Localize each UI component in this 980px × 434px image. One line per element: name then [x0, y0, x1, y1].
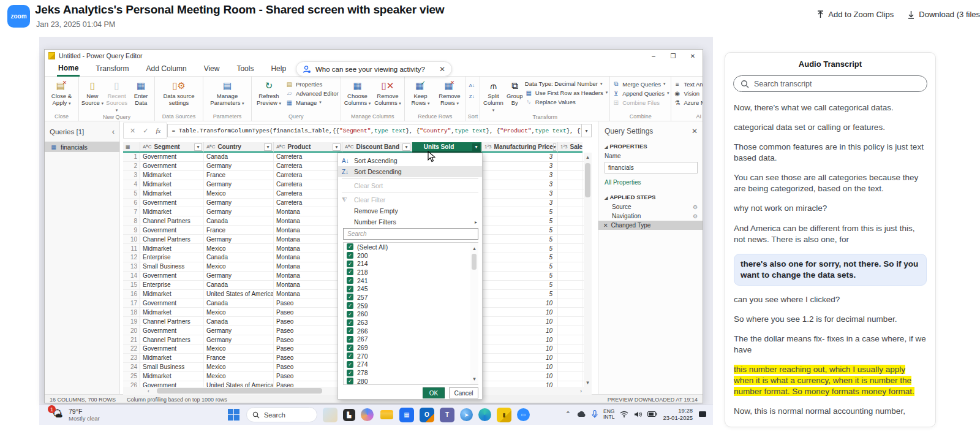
- transcript-entry[interactable]: And America can be different from this i…: [734, 223, 927, 245]
- append-queries-button[interactable]: ⊻Append Queries ▾: [612, 89, 669, 97]
- column-header-product[interactable]: AᴮCProduct▾: [274, 142, 342, 153]
- combine-files-button[interactable]: ⊞Combine Files: [612, 99, 669, 106]
- filter-dropdown-icon[interactable]: ▾: [553, 143, 557, 151]
- checkbox-checked-icon[interactable]: ✓: [347, 327, 353, 334]
- checkbox-checked-icon[interactable]: ✓: [347, 336, 353, 343]
- speaker-icon[interactable]: [634, 411, 642, 418]
- transcript-entry[interactable]: this number reaching out, which I usuall…: [734, 364, 927, 397]
- filter-value-item[interactable]: ✓214: [344, 259, 478, 268]
- remove-empty-item[interactable]: Remove Empty: [338, 205, 482, 216]
- filter-dropdown-icon[interactable]: ▾: [402, 143, 410, 151]
- checkbox-checked-icon[interactable]: ✓: [347, 277, 353, 284]
- text-analytics-button[interactable]: ≡Text Analytics: [673, 80, 703, 88]
- horizontal-scroll-thumb[interactable]: [157, 388, 322, 394]
- transcript-entry[interactable]: can you see where I clicked?: [734, 294, 927, 305]
- scroll-up-icon[interactable]: ▴: [473, 244, 476, 253]
- filter-search-input[interactable]: Search: [343, 228, 478, 240]
- window-titlebar[interactable]: Untitled - Power Query Editor – ❐ ✕: [45, 50, 703, 62]
- checkbox-checked-icon[interactable]: ✓: [347, 243, 353, 250]
- browser-icon[interactable]: ➤: [460, 408, 473, 421]
- filter-value-item[interactable]: ✓259: [344, 302, 478, 310]
- scroll-up-icon[interactable]: ▴: [586, 153, 589, 161]
- column-header-units-sold[interactable]: Units Sold▾: [412, 142, 482, 153]
- filter-value-item[interactable]: ✓274: [344, 360, 478, 369]
- filter-scroll-thumb[interactable]: [472, 254, 477, 270]
- applied-steps-section-header[interactable]: ◢APPLIED STEPS: [598, 190, 703, 202]
- refresh-preview-button[interactable]: ↻Refresh Preview ▾: [254, 78, 284, 107]
- sort-descending-button[interactable]: Z↓: [468, 93, 476, 100]
- formula-input[interactable]: = Table.TransformColumnTypes(financials_…: [167, 124, 582, 137]
- recent-sources-button[interactable]: ▯Recent Sources ▾: [105, 78, 129, 113]
- filter-value-item[interactable]: ✓263: [344, 318, 478, 327]
- enter-data-button[interactable]: ▦Enter Data: [129, 78, 153, 107]
- data-source-settings-button[interactable]: ▯⚙Data source settings: [157, 78, 201, 107]
- scroll-down-icon[interactable]: ▾: [473, 375, 476, 383]
- widgets-app-icon[interactable]: [323, 408, 337, 422]
- checkbox-checked-icon[interactable]: ✓: [347, 311, 353, 318]
- filter-cancel-button[interactable]: Cancel: [449, 387, 478, 398]
- transcript-entry[interactable]: categorical data set or calling or featu…: [734, 122, 927, 133]
- taskbar-clock[interactable]: 19:28 23-01-2025: [663, 407, 693, 422]
- properties-section-header[interactable]: ◢PROPERTIES: [598, 139, 703, 151]
- transcript-entry[interactable]: Now, this is normal normal accounting nu…: [734, 406, 927, 417]
- queries-collapse-icon[interactable]: ‹: [112, 127, 115, 136]
- filter-ok-button[interactable]: OK: [423, 387, 445, 398]
- tray-cloud-icon[interactable]: [576, 411, 586, 417]
- maximize-button[interactable]: ❐: [663, 50, 683, 62]
- filter-value-item[interactable]: ✓278: [344, 368, 478, 377]
- zoom-app-icon[interactable]: ▭: [517, 408, 530, 421]
- filter-dropdown-icon[interactable]: ▾: [194, 143, 202, 151]
- tab-view[interactable]: View: [203, 63, 221, 75]
- file-explorer-icon[interactable]: [379, 408, 394, 422]
- scroll-down-icon[interactable]: ▾: [586, 378, 589, 387]
- gear-icon[interactable]: ⚙: [693, 213, 698, 219]
- tray-expand-icon[interactable]: ⌃: [565, 410, 571, 418]
- checkbox-checked-icon[interactable]: ✓: [347, 268, 353, 275]
- column-header-country[interactable]: AᴮCCountry▾: [204, 142, 274, 153]
- applied-step-changed-type[interactable]: ✕Changed Type: [598, 221, 703, 230]
- teams-icon[interactable]: T: [440, 408, 454, 422]
- vision-button[interactable]: ◉Vision: [673, 89, 703, 97]
- column-header-manufacturing-price[interactable]: 1²3Manufacturing Price▾: [482, 142, 558, 153]
- transcript-entry[interactable]: Those common features are in this policy…: [734, 142, 927, 164]
- remove-columns-button[interactable]: ▯✕Remove Columns ▾: [373, 78, 402, 107]
- checkbox-checked-icon[interactable]: ✓: [347, 261, 353, 267]
- checkbox-checked-icon[interactable]: ✓: [347, 302, 353, 309]
- minimize-button[interactable]: –: [644, 50, 663, 62]
- tab-add-column[interactable]: Add Column: [145, 63, 188, 75]
- new-source-button[interactable]: ▯New Source ▾: [81, 78, 104, 107]
- azure-ml-button[interactable]: ⚗Azure Machine Learning: [673, 99, 703, 106]
- status-profiling[interactable]: Column profiling based on top 1000 rows: [127, 397, 227, 403]
- tab-tools[interactable]: Tools: [235, 63, 255, 75]
- power-bi-icon[interactable]: ▮: [497, 408, 511, 422]
- download-button[interactable]: Download (3 files: [907, 10, 980, 19]
- filter-dropdown-icon[interactable]: ▾: [333, 143, 341, 151]
- table-vertical-scrollbar[interactable]: ▴ ▾: [584, 153, 592, 387]
- filter-value-item[interactable]: ✓(Select All): [344, 243, 478, 251]
- replace-values-button[interactable]: ¹₂Replace Values: [525, 98, 608, 105]
- add-to-zoom-clips-button[interactable]: Add to Zoom Clips: [816, 10, 894, 19]
- checkbox-checked-icon[interactable]: ✓: [347, 352, 353, 359]
- transcript-entry[interactable]: The the dollar means fix- fixes in a cas…: [734, 333, 927, 356]
- filter-value-item[interactable]: ✓267: [344, 335, 478, 344]
- formula-accept-icon[interactable]: ✓: [143, 127, 148, 135]
- taskbar-search[interactable]: Search: [246, 407, 317, 422]
- filter-value-item[interactable]: ✓266: [344, 327, 478, 335]
- weather-widget[interactable]: 🌤1 79°F Mostly clear: [50, 407, 100, 422]
- battery-icon[interactable]: [647, 411, 657, 417]
- applied-step-navigation[interactable]: Navigation⚙: [598, 211, 703, 221]
- use-first-row-as-headers-button[interactable]: ▦Use First Row as Headers ▾: [525, 89, 608, 96]
- filter-dropdown-icon[interactable]: ▾: [472, 143, 480, 151]
- edge-icon[interactable]: [478, 408, 491, 421]
- table-corner-cell[interactable]: ▦: [123, 142, 140, 153]
- filter-value-item[interactable]: ✓280: [344, 377, 478, 385]
- notification-center-icon[interactable]: [698, 411, 707, 418]
- checkbox-checked-icon[interactable]: ✓: [347, 378, 353, 384]
- language-indicator[interactable]: ENGINTL: [603, 409, 614, 421]
- checkbox-checked-icon[interactable]: ✓: [347, 286, 353, 292]
- transcript-entry[interactable]: You can see those are all categories bec…: [734, 172, 927, 194]
- filter-value-item[interactable]: ✓270: [344, 352, 478, 360]
- delete-step-icon[interactable]: ✕: [603, 223, 608, 229]
- query-item-financials[interactable]: ▦ financials: [45, 142, 119, 152]
- filter-value-item[interactable]: ✓260: [344, 310, 478, 319]
